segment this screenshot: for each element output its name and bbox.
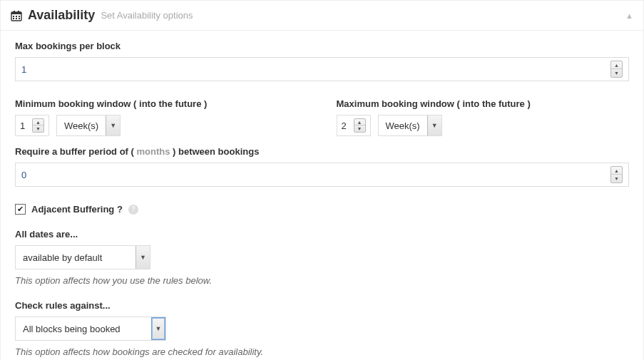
max-bookings-input[interactable]: 1 ▲▼ — [15, 57, 629, 81]
min-window-label: Minimum booking window ( into the future… — [15, 98, 308, 109]
min-window-unit: Week(s) — [57, 120, 106, 131]
all-dates-value: available by default — [16, 252, 136, 263]
max-window-unit: Week(s) — [379, 120, 427, 131]
help-icon[interactable]: ? — [128, 205, 138, 215]
svg-rect-7 — [13, 18, 14, 19]
panel-title: Availability — [28, 8, 95, 23]
min-window-value: 1 — [20, 120, 25, 131]
svg-rect-1 — [11, 12, 21, 14]
max-bookings-label: Max bookings per block — [15, 41, 629, 51]
svg-rect-8 — [16, 18, 17, 19]
max-window-value-input[interactable]: 2 ▲▼ — [337, 115, 371, 136]
min-window-value-input[interactable]: 1 ▲▼ — [15, 115, 49, 136]
calendar-icon — [11, 10, 22, 21]
availability-panel: Availability Set Availability options ▲ … — [0, 0, 644, 360]
collapse-toggle[interactable]: ▲ — [625, 11, 633, 20]
svg-rect-2 — [14, 11, 15, 13]
spinner-icon[interactable]: ▲▼ — [610, 61, 623, 78]
buffer-input[interactable]: 0 ▲▼ — [15, 163, 629, 187]
check-rules-help: This option affects how bookings are che… — [15, 346, 629, 357]
chevron-down-icon[interactable]: ▼ — [427, 115, 441, 135]
spinner-icon[interactable]: ▲▼ — [354, 118, 366, 133]
svg-rect-9 — [19, 18, 20, 19]
svg-rect-6 — [19, 16, 20, 17]
panel-body: Max bookings per block 1 ▲▼ Minimum book… — [1, 31, 643, 360]
svg-rect-4 — [13, 16, 14, 17]
check-rules-select[interactable]: All blocks being booked ▼ — [15, 317, 166, 341]
max-window-unit-select[interactable]: Week(s) ▼ — [378, 115, 442, 136]
panel-subtitle: Set Availability options — [101, 10, 193, 21]
chevron-down-icon[interactable]: ▼ — [151, 317, 165, 340]
adjacent-buffering-checkbox[interactable]: ✔ — [15, 204, 26, 215]
min-window-unit-select[interactable]: Week(s) ▼ — [56, 115, 121, 136]
all-dates-label: All dates are... — [15, 229, 629, 240]
svg-rect-3 — [18, 11, 19, 13]
chevron-down-icon[interactable]: ▼ — [136, 246, 150, 269]
max-window-label: Maximum booking window ( into the future… — [337, 98, 630, 109]
check-rules-value: All blocks being booked — [16, 324, 151, 334]
svg-rect-5 — [16, 16, 17, 17]
spinner-icon[interactable]: ▲▼ — [610, 166, 623, 183]
spinner-icon[interactable]: ▲▼ — [32, 118, 44, 133]
max-bookings-value: 1 — [21, 64, 26, 75]
all-dates-select[interactable]: available by default ▼ — [15, 245, 150, 269]
buffer-label: Require a buffer period of ( months ) be… — [15, 146, 629, 157]
chevron-down-icon[interactable]: ▼ — [106, 115, 120, 135]
buffer-value: 0 — [21, 170, 26, 180]
max-window-value: 2 — [342, 120, 347, 131]
check-rules-label: Check rules against... — [15, 300, 629, 311]
panel-header[interactable]: Availability Set Availability options ▲ — [1, 1, 643, 31]
all-dates-help: This option affects how you use the rule… — [15, 275, 629, 286]
adjacent-buffering-label: Adjacent Buffering ? — [31, 204, 123, 215]
